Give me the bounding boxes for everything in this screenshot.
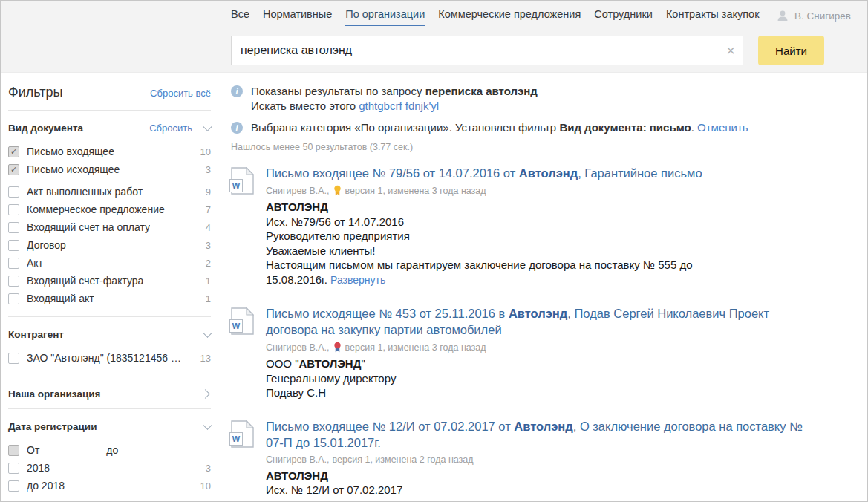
tab-normative[interactable]: Нормативные	[263, 8, 332, 26]
user-name: В. Снигирев	[794, 10, 851, 22]
result-title-link[interactable]: Письмо входящее № 12/И от 07.02.2017 от …	[266, 418, 821, 451]
search-input[interactable]	[231, 36, 743, 65]
reset-doc-type-link[interactable]: Сбросить	[149, 123, 192, 134]
avatar-icon	[776, 9, 789, 22]
filter-option-count: 1	[206, 293, 211, 304]
cancel-filter-link[interactable]: Отменить	[697, 121, 748, 134]
category-tabs: Все Нормативные По организации Коммерчес…	[231, 8, 760, 26]
filter-option[interactable]: Входящий счет-фактура 1	[8, 272, 211, 290]
notice-text: Искать вместо этого	[251, 100, 359, 112]
checkbox[interactable]	[8, 293, 19, 304]
filter-option[interactable]: Акт выполненных работ 9	[8, 183, 211, 201]
result-title-link[interactable]: Письмо входящее № 79/56 от 14.07.2016 от…	[266, 165, 821, 181]
checkbox[interactable]	[8, 480, 19, 492]
results-summary: Нашлось менее 50 результатов (3.77 сек.)	[231, 142, 825, 152]
version-medal-icon	[333, 185, 342, 196]
checkbox[interactable]	[8, 240, 19, 251]
doc-type-section-title: Вид документа	[8, 123, 149, 134]
tab-commercial-offers[interactable]: Коммерческие предложения	[438, 8, 581, 26]
date-from-input[interactable]	[45, 443, 99, 457]
filter-option-count: 13	[200, 353, 211, 364]
filter-option-label: Письмо исходящее	[27, 163, 120, 175]
search-app-window: Все Нормативные По организации Коммерчес…	[0, 0, 868, 502]
filter-option-label: ЗАО "Автолэнд" (1835121456 / 183…	[27, 352, 181, 364]
checkbox[interactable]	[8, 186, 19, 198]
filter-option[interactable]: до 2018 10	[8, 477, 211, 495]
filter-option-count: 2	[206, 258, 211, 269]
our-organization-section-header[interactable]: Наша организация	[8, 388, 211, 400]
chevron-down-icon[interactable]	[203, 122, 212, 131]
info-icon: i	[231, 85, 243, 97]
filter-option-count: 3	[206, 240, 211, 251]
checkbox[interactable]	[8, 164, 19, 175]
filter-option-label: Акт	[27, 257, 43, 269]
filter-option-label: 2018	[27, 462, 50, 474]
filter-option[interactable]: 2018 3	[8, 459, 211, 477]
chevron-down-icon[interactable]	[203, 420, 212, 430]
info-icon: i	[231, 122, 243, 134]
filter-option-label: Входящий счет на оплату	[27, 221, 150, 233]
filter-option[interactable]: Письмо исходящее 3	[8, 160, 211, 178]
registration-date-section-header: Дата регистрации	[8, 420, 211, 432]
filter-option-label: Входящий счет-фактура	[27, 275, 143, 287]
search-result: W Письмо входящее № 79/56 от 14.07.2016 …	[231, 165, 825, 287]
filter-option-label: Акт выполненных работ	[27, 186, 143, 198]
filter-option[interactable]: ЗАО "Автолэнд" (1835121456 / 183… 13	[8, 349, 211, 367]
filter-option[interactable]: Акт 2	[8, 254, 211, 272]
result-author: Снигирев В.А.,	[266, 454, 330, 465]
search-clear-icon[interactable]: ×	[722, 42, 739, 59]
tab-procurement-contracts[interactable]: Контракты закупок	[666, 8, 760, 26]
result-meta: Снигирев В.А., версия 1, изменена 3 года…	[266, 342, 821, 353]
result-meta: Снигирев В.А., версия 1, изменена 2 года…	[266, 454, 821, 465]
counterparty-filter-list: ЗАО "Автолэнд" (1835121456 / 183… 13	[8, 349, 211, 367]
snippet-line: Настоящим письмом мы гарантируем заключе…	[266, 258, 821, 273]
word-letter: W	[229, 179, 243, 192]
header: Все Нормативные По организации Коммерчес…	[1, 1, 867, 73]
user-menu[interactable]: В. Снигирев	[776, 9, 851, 22]
checkbox[interactable]	[8, 222, 19, 233]
chevron-down-icon[interactable]	[203, 328, 212, 338]
snippet-last-line: 15.08.2016г. Развернуть	[266, 273, 821, 288]
our-organization-section-title: Наша организация	[8, 388, 202, 400]
filter-option[interactable]: Договор 3	[8, 236, 211, 254]
notice-filter: Вид документа: письмо	[559, 121, 691, 134]
reset-all-filters-link[interactable]: Сбросить всё	[150, 88, 211, 99]
filter-option-label: Письмо входящее	[27, 146, 114, 157]
notice-text: Выбрана категория «По организации». Уста…	[251, 121, 559, 134]
tab-all[interactable]: Все	[231, 8, 249, 26]
result-version-info: версия 1, изменена 3 года назад	[345, 342, 486, 353]
checkbox[interactable]	[8, 146, 19, 157]
checkbox[interactable]	[8, 204, 19, 215]
find-button[interactable]: Найти	[758, 36, 824, 65]
expand-link[interactable]: Развернуть	[330, 274, 385, 286]
doc-type-section-header: Вид документа Сбросить	[8, 122, 211, 134]
checkbox[interactable]	[8, 276, 19, 287]
notice-query: переписка автолэнд	[425, 85, 538, 97]
result-version-info: версия 1, изменена 3 года назад	[345, 186, 486, 196]
query-notice: i Показаны результаты по запросу перепис…	[231, 84, 825, 114]
word-letter: W	[229, 432, 243, 446]
checkbox[interactable]	[8, 463, 19, 474]
filter-option-label: Коммерческое предложение	[27, 203, 165, 215]
result-snippet: АВТОЛЭНД Исх. №79/56 от 14.07.2016 Руков…	[266, 200, 821, 287]
result-title-link[interactable]: Письмо исходящее № 453 от 25.11.2016 в А…	[266, 305, 821, 338]
tab-employees[interactable]: Сотрудники	[594, 8, 653, 26]
checkbox[interactable]	[8, 258, 19, 269]
filter-option[interactable]: Входящий акт 1	[8, 290, 211, 307]
filter-option[interactable]: Письмо входящее 10	[8, 143, 211, 160]
tab-by-organization[interactable]: По организации	[345, 8, 425, 26]
version-medal-icon	[333, 342, 342, 353]
checkbox[interactable]	[8, 445, 19, 456]
filter-option[interactable]: Коммерческое предложение 7	[8, 201, 211, 218]
filter-option-count: 3	[206, 164, 211, 175]
date-range-row: От до	[8, 441, 211, 459]
filter-option[interactable]: Входящий счет на оплату 4	[8, 218, 211, 236]
date-to-input[interactable]	[124, 443, 177, 457]
filter-option-label: до 2018	[27, 480, 65, 492]
search-instead-link[interactable]: gthtgbcrf fdnjk'yl	[359, 100, 439, 112]
filter-option-count: 10	[200, 146, 211, 157]
checkbox[interactable]	[8, 353, 19, 364]
word-letter: W	[229, 319, 243, 333]
chevron-right-icon[interactable]	[200, 389, 210, 399]
filters-sidebar: Фильтры Сбросить всё Вид документа Сброс…	[8, 73, 211, 495]
